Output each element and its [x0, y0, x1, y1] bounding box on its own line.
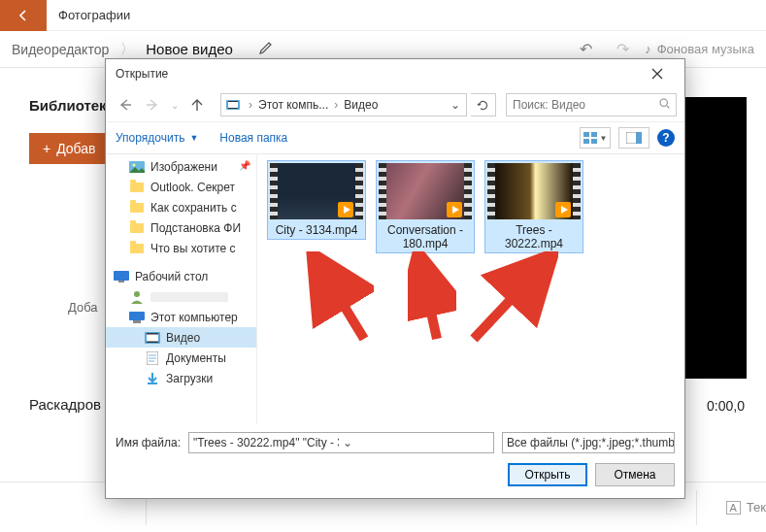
arrow-up-icon: [189, 97, 205, 113]
redo-button[interactable]: ↷: [608, 40, 637, 58]
play-icon: [447, 202, 462, 217]
refresh-button[interactable]: [471, 93, 496, 116]
tree-label: Видео: [166, 331, 200, 345]
edit-icon[interactable]: [258, 40, 274, 59]
address-segment[interactable]: Этот компь...: [258, 98, 328, 112]
refresh-icon: [477, 99, 489, 112]
new-folder-button[interactable]: Новая папка: [219, 131, 287, 145]
svg-rect-1: [228, 102, 238, 108]
file-item[interactable]: Conversation - 180.mp4: [376, 160, 475, 253]
search-icon: [658, 97, 671, 113]
chevron-down-icon[interactable]: ⌄: [339, 436, 489, 449]
chevron-down-icon[interactable]: ⌄: [445, 98, 466, 112]
chevron-down-icon: ▼: [189, 133, 198, 143]
svg-rect-13: [114, 271, 129, 281]
text-button[interactable]: A Тек: [726, 500, 766, 515]
filter-dropdown[interactable]: Все файлы (*.jpg;*.jpeg;*.thumb ⌄: [502, 432, 675, 453]
arrow-left-icon: [117, 97, 133, 113]
search-box[interactable]: [506, 93, 677, 116]
tree-item-video[interactable]: Видео: [106, 327, 256, 348]
tree-item-whatyou[interactable]: Что вы хотите с: [106, 238, 256, 258]
tree-item-user[interactable]: [106, 286, 256, 307]
app-header: Фотографии: [0, 0, 766, 31]
chevron-right-icon: ›: [330, 98, 342, 112]
filename-input[interactable]: "Trees - 30222.mp4" "City - 3134 ⌄: [188, 432, 494, 453]
video-folder-icon: [223, 95, 243, 115]
tree-item-howto[interactable]: Как сохранить с: [106, 197, 256, 217]
chevron-down-icon: ▼: [600, 134, 608, 143]
search-input[interactable]: [513, 98, 658, 112]
nav-forward-button[interactable]: [141, 93, 164, 116]
breadcrumb-current[interactable]: Новое видео: [146, 41, 233, 57]
annotation-arrow: [466, 251, 558, 344]
cancel-label: Отмена: [614, 468, 655, 482]
tree-label: Подстановка ФИ: [150, 221, 241, 235]
svg-rect-14: [118, 281, 124, 283]
video-icon: [145, 330, 160, 346]
address-bar[interactable]: › Этот компь... › Видео ⌄: [220, 93, 467, 116]
svg-line-25: [419, 259, 437, 339]
tree-item-documents[interactable]: Документы: [106, 348, 256, 368]
tree-item-images[interactable]: Изображени 📌: [106, 156, 256, 177]
video-thumbnail: [270, 163, 363, 219]
annotation-arrow: [306, 251, 374, 344]
organize-label: Упорядочить: [116, 131, 184, 145]
undo-button[interactable]: ↶: [571, 40, 600, 58]
help-icon: ?: [662, 131, 669, 145]
breadcrumb-parent[interactable]: Видеоредактор: [12, 42, 109, 57]
cancel-button[interactable]: Отмена: [595, 463, 675, 486]
arrow-right-icon: [145, 97, 160, 113]
file-name: Trees - 30222.mp4: [487, 223, 581, 250]
folder-icon: [129, 220, 145, 236]
tree-label: [150, 292, 228, 302]
time-display: 0:00,0: [707, 398, 745, 414]
help-button[interactable]: ?: [657, 129, 675, 147]
file-item[interactable]: Trees - 30222.mp4: [484, 160, 583, 253]
file-list[interactable]: City - 3134.mp4 Conversation - 180.mp4 T…: [257, 154, 684, 424]
dialog-toolbar: Упорядочить ▼ Новая папка ▼ ?: [106, 121, 684, 154]
svg-rect-21: [147, 341, 158, 343]
text-icon: A: [726, 501, 741, 515]
filename-label: Имя файла:: [116, 436, 181, 449]
tree-label: Этот компьютер: [150, 311, 238, 324]
tree-item-podstanovka[interactable]: Подстановка ФИ: [106, 217, 256, 238]
svg-line-26: [474, 259, 549, 339]
tree-item-downloads[interactable]: Загрузки: [106, 368, 256, 388]
svg-rect-20: [147, 333, 158, 335]
tree-item-thispc[interactable]: Этот компьютер: [106, 307, 256, 327]
view-mode-button[interactable]: ▼: [580, 127, 611, 149]
add-button[interactable]: + Добав: [29, 133, 110, 164]
nav-up-button[interactable]: [185, 93, 209, 116]
add-button-label: Добав: [56, 141, 95, 156]
folder-icon: [129, 241, 145, 256]
desktop-icon: [114, 269, 129, 284]
preview-pane-icon: [626, 132, 642, 144]
bg-music-button[interactable]: ♪ Фоновая музыка: [645, 42, 754, 56]
tree-item-outlook[interactable]: Outlook. Секрет: [106, 177, 256, 197]
open-button[interactable]: Открыть: [508, 463, 587, 486]
address-segment[interactable]: Видео: [344, 98, 378, 112]
annotation-arrow: [408, 251, 456, 344]
video-thumbnail: [487, 163, 581, 219]
file-name: City - 3134.mp4: [270, 223, 363, 237]
svg-point-12: [133, 163, 136, 166]
nav-back-button[interactable]: [114, 93, 137, 116]
tree-label: Рабочий стол: [135, 270, 208, 283]
documents-icon: [145, 350, 160, 366]
close-button[interactable]: [638, 66, 677, 83]
dialog-nav: ⌄ › Этот компь... › Видео ⌄: [106, 88, 684, 121]
preview-pane-button[interactable]: [618, 127, 649, 149]
tree-item-desktop[interactable]: Рабочий стол: [106, 266, 256, 286]
organize-button[interactable]: Упорядочить ▼: [116, 131, 198, 145]
nav-tree[interactable]: Изображени 📌 Outlook. Секрет Как сохрани…: [106, 154, 257, 424]
back-button[interactable]: [0, 0, 47, 31]
folder-icon: [129, 200, 145, 216]
play-icon: [555, 202, 571, 217]
file-item[interactable]: City - 3134.mp4: [267, 160, 366, 240]
chevron-right-icon: ›: [245, 98, 256, 112]
svg-point-15: [134, 291, 140, 297]
music-icon: ♪: [645, 42, 651, 56]
user-icon: [129, 289, 145, 305]
recent-dropdown[interactable]: ⌄: [168, 93, 182, 116]
dialog-body: Изображени 📌 Outlook. Секрет Как сохрани…: [106, 154, 684, 424]
